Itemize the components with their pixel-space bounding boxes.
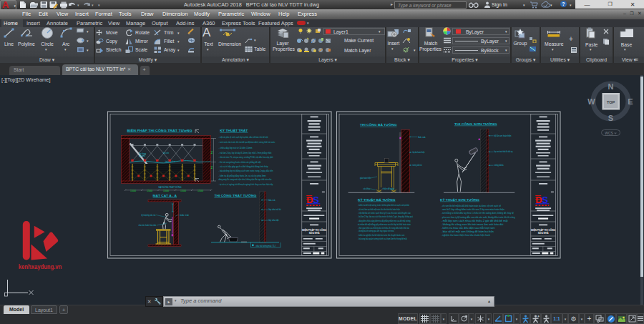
- svg-text:E: E: [628, 97, 633, 106]
- svg-text:- sơn lót 1 lớp chống kiềm trư: - sơn lót 1 lớp chống kiềm trước khi sơn…: [441, 208, 504, 211]
- svg-text:THI CÔNG SƠN TƯỜNG: THI CÔNG SƠN TƯỜNG: [454, 122, 497, 126]
- svg-text:THI CÔNG BẢ TƯỜNG: THI CÔNG BẢ TƯỜNG: [360, 123, 397, 127]
- svg-text:bả vá: bả vá: [419, 136, 426, 139]
- svg-text:giáo hoàn thiện: giáo hoàn thiện: [360, 177, 371, 180]
- svg-text:dùng máy lắc sang mới trộn vữa: dùng máy lắc sang mới trộn vữa, không tr…: [219, 177, 272, 181]
- svg-text:- tưới nước ẩm trước khi trát: - tưới nước ẩm trước khi trát để tạo độ …: [219, 141, 275, 144]
- svg-text:KỸ THUẬT TRÁT: KỸ THUẬT TRÁT: [220, 129, 248, 132]
- svg-text:lớp vữa mặt: lớp vữa mặt: [269, 219, 279, 222]
- svg-text:- tại các vị trí ngừng trát để: - tại các vị trí ngừng trát để mạch ngừn…: [219, 183, 273, 186]
- svg-text:- các vị trí tiếp giáp gạch và: - các vị trí tiếp giáp gạch và bê tông p…: [219, 165, 268, 168]
- svg-text:- khi trát xong dùng thước nhô: - khi trát xong dùng thước nhôm cán phẳn…: [219, 160, 261, 164]
- svg-text:tường đã trát: tường đã trát: [413, 164, 422, 167]
- svg-text:kỹ thuật lấy mốc trát: kỹ thuật lấy mốc trát: [142, 214, 156, 217]
- svg-text:- vệ sinh, làm sạch bề mặt trư: - vệ sinh, làm sạch bề mặt trước khi tiế…: [358, 208, 400, 211]
- svg-text:kenhxaydung.vn: kenhxaydung.vn: [19, 263, 62, 270]
- svg-text:S: S: [313, 195, 319, 205]
- svg-text:- chiều dày lớp trát từ 10 đến: - chiều dày lớp trát từ 10 đến 15mm: [219, 147, 253, 149]
- svg-text:tường đã bả: tường đã bả: [494, 164, 504, 167]
- svg-text:lớp bả hoàn thiện: lớp bả hoàn thiện: [413, 151, 425, 154]
- svg-text:- bảo vệ bề mặt sơn không để b: - bảo vệ bề mặt sơn không để bám bụi bẩn: [441, 230, 494, 233]
- svg-text:- bảo dưỡng lớp trát bằng cách: - bảo dưỡng lớp trát bằng cách tưới nước…: [219, 169, 273, 172]
- svg-text:- vữa trát mác 75, cát qua sàn: - vữa trát mác 75, cát qua sàng, xi măng…: [219, 156, 273, 159]
- svg-text:W: W: [587, 97, 595, 106]
- svg-text:S: S: [542, 195, 548, 205]
- svg-text:- bả xong bảo quản tường tránh: - bả xong bảo quản tường tránh va chạm l…: [358, 237, 407, 240]
- svg-text:- kiểm tra bề mặt tường trước: - kiểm tra bề mặt tường trước khi bả phả…: [358, 204, 409, 207]
- svg-text:vữa trát chuẩn theo mốc: vữa trát chuẩn theo mốc: [139, 224, 157, 227]
- svg-text:THI CÔNG TRÁT TƯỜNG: THI CÔNG TRÁT TƯỜNG: [214, 194, 257, 197]
- svg-text:bả vá: bả vá: [269, 199, 276, 202]
- svg-text:1500: 1500: [197, 190, 204, 192]
- svg-text:1500: 1500: [180, 190, 187, 192]
- svg-text:TOP: TOP: [607, 100, 615, 104]
- svg-text:1500: 1500: [130, 190, 137, 192]
- svg-text:S: S: [608, 114, 613, 122]
- svg-text:- mặt trát phải vệ sinh, sạch: - mặt trát phải vệ sinh, sạch lớp bụi bẩ…: [219, 136, 268, 139]
- svg-text:- không bả khi tường quá ẩm ha: - không bả khi tường quá ẩm hay ngoài tr…: [358, 230, 394, 232]
- svg-text:BIỆN PHÁP THI CÔNG: BIỆN PHÁP THI CÔNG: [302, 228, 326, 232]
- svg-text:- dùng đèn chiếu sáng kiểm tra: - dùng đèn chiếu sáng kiểm tra độ phẳng …: [358, 219, 411, 222]
- svg-text:vữa trát tường mác 75,#: vữa trát tường mác 75,#: [256, 245, 277, 247]
- svg-text:- bả làm 2 lớp, lớp sau cách l: - bả làm 2 lớp, lớp sau cách lớp trước t…: [358, 215, 413, 218]
- svg-text:WCS: WCS: [605, 131, 613, 135]
- svg-text:KỸ THUẬT SƠN TƯỜNG: KỸ THUẬT SƠN TƯỜNG: [440, 198, 480, 202]
- svg-text:- mỗi lớp sơn cách nhau tối th: - mỗi lớp sơn cách nhau tối thiểu 2 giờ …: [441, 219, 508, 222]
- svg-text:- thời gian khô của mỗi lớp bả: - thời gian khô của mỗi lớp bả tối thiểu…: [358, 226, 409, 230]
- svg-text:KỸ THUẬT BẢ TƯỜNG: KỸ THUẬT BẢ TƯỜNG: [358, 198, 396, 202]
- svg-text:1500: 1500: [147, 190, 153, 192]
- svg-text:- trộn bột bả với nước sạch th: - trộn bột bả với nước sạch theo tỷ lệ c…: [358, 212, 411, 215]
- svg-text:- sơn bằng rủ lô lăn đều tay t: - sơn bằng rủ lô lăn đều tay theo 1 chiề…: [441, 211, 514, 215]
- svg-text:MẶT CẮT A - A: MẶT CẮT A - A: [153, 194, 177, 197]
- svg-text:lớp sơn hoàn thiện lăn đều tay: lớp sơn hoàn thiện lăn đều tay: [494, 150, 514, 153]
- svg-text:- nghiệm thu hoàn thiện theo t: - nghiệm thu hoàn thiện theo tiêu chuẩn …: [441, 234, 490, 237]
- svg-text:- kiểm tra màu sắc đều đặn sau: - kiểm tra màu sắc đều đặn sau mỗi lượt …: [441, 226, 495, 230]
- svg-text:N: N: [608, 82, 614, 91]
- svg-text:xả nhám bề mặt bằng giấy nhám: xả nhám bề mặt bằng giấy nhám mịn sau kh…: [358, 222, 411, 226]
- svg-text:lớp vữa trát lót: lớp vữa trát lót: [269, 208, 281, 211]
- svg-text:2: 2: [211, 151, 213, 154]
- svg-text:- kiểm tra độ phẳng bằng thước: - kiểm tra độ phẳng bằng thước 2m, sai s…: [219, 174, 267, 177]
- svg-text:1500: 1500: [163, 190, 170, 192]
- svg-text:SỬA NHÀ: SỬA NHÀ: [309, 231, 320, 235]
- svg-text:BIỆN PHÁP THI CÔNG TRÁT TƯờNG: BIỆN PHÁP THI CÔNG TRÁT TƯờNG: [127, 129, 193, 132]
- svg-text:cóc khóa: cóc khóa: [364, 187, 371, 190]
- svg-text:SỬA NHÀ: SỬA NHÀ: [538, 231, 549, 235]
- svg-text:2: 2: [211, 166, 213, 170]
- svg-text:- kiểm tra nghiệm thu bề mặt b: - kiểm tra nghiệm thu bề mặt bả trước kh…: [358, 234, 405, 237]
- svg-text:[-][Top][2D Wireframe]: [-][Top][2D Wireframe]: [1, 77, 51, 83]
- svg-text:MẶT ĐỨNG TRÁT TƯỜNG: MẶT ĐỨNG TRÁT TƯỜNG: [159, 185, 182, 189]
- svg-text:- chỉ sơn khi bề mặt bả đã khô: - chỉ sơn khi bề mặt bả đã khô hoàn toàn…: [441, 205, 501, 207]
- svg-text:- không thi công sơn khi trời: - không thi công sơn khi trời mưa ẩm ướt…: [441, 223, 503, 226]
- svg-text:- pha sơn theo tỷ lệ hướng dẫn: - pha sơn theo tỷ lệ hướng dẫn của nhà s…: [441, 215, 515, 219]
- svg-text:giàn giáo: giàn giáo: [139, 154, 145, 157]
- svg-text:mốc trát: mốc trát: [180, 214, 189, 217]
- svg-text:bạt che: bạt che: [163, 152, 170, 154]
- svg-text:BIỆN PHÁP THI CÔNG: BIỆN PHÁP THI CÔNG: [531, 228, 555, 232]
- svg-text:- trát làm 2 lớp, lớp lót dày: - trát làm 2 lớp, lớp lót dày 8-10mm, lớ…: [219, 151, 272, 154]
- svg-text:bộ lăn sơn hoàn thiện: bộ lăn sơn hoàn thiện: [494, 134, 512, 137]
